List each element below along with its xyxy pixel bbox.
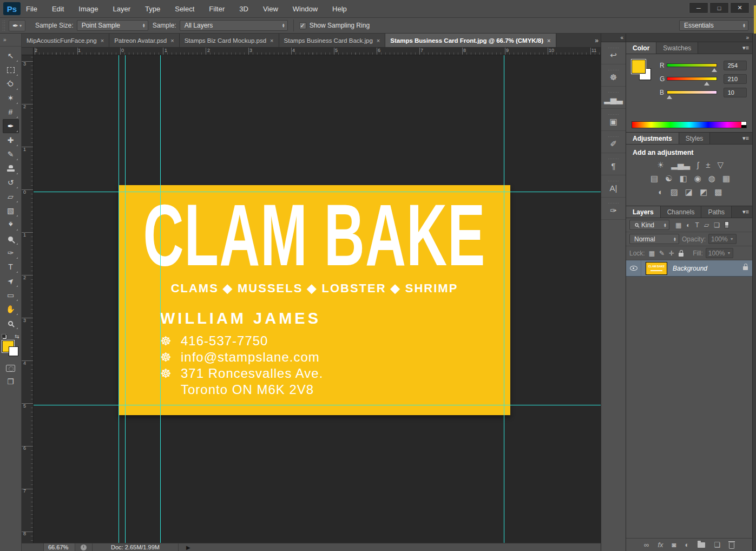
left-ruler[interactable]: 321012345678 <box>22 55 34 543</box>
menu-layer[interactable]: Layer <box>113 5 131 13</box>
layer-name[interactable]: Background <box>673 265 743 272</box>
close-button[interactable]: ✕ <box>730 2 750 14</box>
tab-close-icon[interactable]: × <box>270 37 273 44</box>
slider-thumb[interactable] <box>704 82 709 86</box>
zoom-tool[interactable] <box>3 316 19 330</box>
eyedropper-tool[interactable]: ✒ <box>3 119 19 133</box>
opacity-field[interactable]: 100% ▼ <box>708 234 737 244</box>
zoom-level-field[interactable]: 66.67% <box>44 543 75 551</box>
crop-tool[interactable]: # <box>3 105 19 119</box>
menu-window[interactable]: Window <box>293 5 318 13</box>
tab-adj-styles[interactable]: Styles <box>679 133 711 144</box>
sample-dropdown[interactable]: All Layers ▲▼ <box>180 20 288 31</box>
fill-field[interactable]: 100% ▼ <box>706 248 734 258</box>
channel-slider[interactable] <box>667 90 717 94</box>
magic-wand-tool[interactable]: ✶ <box>3 91 19 105</box>
layer-thumbnail[interactable] <box>646 262 667 275</box>
menu-image[interactable]: Image <box>78 5 98 13</box>
lasso-tool[interactable]: Ω <box>3 77 19 91</box>
layer-visibility-eye-icon[interactable] <box>630 266 637 271</box>
threshold-icon[interactable]: ◪ <box>685 188 693 196</box>
active-tool-button[interactable]: ✒ ▾ <box>9 20 25 31</box>
blur-tool[interactable]: ♠ <box>3 218 19 232</box>
kind-filter-dropdown[interactable]: Kind ▲▼ <box>629 220 669 230</box>
menu-view[interactable]: View <box>263 5 278 13</box>
gradient-tool[interactable]: ▧ <box>3 204 19 218</box>
path-selection-tool[interactable]: ➤ <box>3 274 19 288</box>
menu-type[interactable]: Type <box>145 5 160 13</box>
channel-slider[interactable] <box>667 77 717 81</box>
color-panel-menu-icon[interactable]: ▾≡ <box>742 44 749 51</box>
channel-value-field[interactable]: 10 <box>724 88 747 97</box>
tab-adj-adjustments[interactable]: Adjustments <box>626 133 679 144</box>
rectangular-marquee-tool[interactable] <box>3 63 19 77</box>
pixel-layer-filter-icon[interactable]: ▦ <box>675 221 681 229</box>
status-options-arrow-icon[interactable]: ▶ <box>186 545 190 550</box>
history-panel-icon[interactable]: ↩ <box>601 42 626 64</box>
panels-collapse-icon[interactable]: » <box>746 35 748 41</box>
tab-color-color[interactable]: Color <box>626 42 656 54</box>
layer-effects-icon[interactable]: fx <box>658 541 663 549</box>
healing-brush-tool[interactable]: ✚ <box>3 133 19 147</box>
character-panel-icon[interactable]: A| <box>601 175 626 198</box>
adjustment-layer-filter-icon[interactable]: ◐ <box>686 221 690 229</box>
layers-panel-menu-icon[interactable]: ▾≡ <box>742 208 749 215</box>
blend-mode-dropdown[interactable]: Normal ▲▼ <box>629 234 679 244</box>
brightness-contrast-icon[interactable]: ☀ <box>657 161 664 169</box>
history-brush-tool[interactable]: ↺ <box>3 175 19 189</box>
color-lookup-icon[interactable]: ▦ <box>722 174 730 183</box>
move-tool[interactable]: ↖ <box>3 49 19 63</box>
filtering-toggle[interactable] <box>725 221 729 228</box>
menu-help[interactable]: Help <box>332 5 347 13</box>
lock-all-icon[interactable] <box>679 253 683 257</box>
document-tab[interactable]: Stamps Business Card Back.jpg× <box>279 34 386 47</box>
type-tool[interactable]: T <box>3 260 19 274</box>
dodge-tool[interactable] <box>3 232 19 246</box>
levels-icon[interactable]: ▂▅▃ <box>671 161 690 169</box>
histogram-panel-icon[interactable]: ▂▅▃ <box>601 87 626 109</box>
document-tab[interactable]: Stamps Biz Card Mockup.psd× <box>180 34 279 47</box>
brush-presets-panel-icon[interactable]: ✑ <box>601 198 626 220</box>
menu-3d[interactable]: 3D <box>239 5 248 13</box>
channel-mixer-icon[interactable]: ◍ <box>708 174 715 183</box>
lock-transparent-icon[interactable]: ▦ <box>649 250 655 257</box>
pen-tool[interactable]: ✑ <box>3 246 19 260</box>
top-ruler[interactable]: 2101234567891011 <box>34 48 601 55</box>
curves-icon[interactable]: ʃ <box>697 161 699 169</box>
workspace-dropdown[interactable]: Essentials ▲▼ <box>679 20 748 31</box>
menu-edit[interactable]: Edit <box>52 5 64 13</box>
slider-thumb[interactable] <box>667 95 672 99</box>
paragraph-panel-icon[interactable]: ¶ <box>601 153 626 175</box>
tool-presets-panel-icon[interactable]: ✐ <box>601 131 626 153</box>
quick-mask-button[interactable] <box>6 365 15 372</box>
toolbar-collapse-icon[interactable]: » <box>3 37 6 43</box>
eraser-tool[interactable]: ▱ <box>3 189 19 204</box>
delete-layer-icon[interactable] <box>729 543 734 549</box>
swap-colors-icon[interactable]: ⇆ <box>15 333 19 339</box>
channel-value-field[interactable]: 254 <box>724 61 747 70</box>
new-adjustment-layer-icon[interactable]: ◐ <box>685 541 689 549</box>
tab-layers-layers[interactable]: Layers <box>626 206 661 218</box>
invert-icon[interactable]: ◐ <box>659 188 663 196</box>
default-colors-icon[interactable] <box>2 334 7 339</box>
black-white-icon[interactable]: ◧ <box>680 174 687 183</box>
tab-overflow-icon[interactable]: » <box>595 37 597 44</box>
tab-color-swatches[interactable]: Swatches <box>656 42 698 54</box>
sample-size-dropdown[interactable]: Point Sample ▲▼ <box>77 20 148 31</box>
lock-position-icon[interactable]: ✛ <box>669 250 674 257</box>
hand-tool[interactable]: ✋ <box>3 302 19 316</box>
screen-mode-button[interactable]: ❐ <box>7 377 14 386</box>
background-color-swatch[interactable] <box>9 346 18 356</box>
tool-preset-arrow-icon[interactable]: ▾ <box>19 23 22 28</box>
maximize-button[interactable]: □ <box>709 2 729 14</box>
canvas[interactable]: CLAM BAKE CLAMS ◆ MUSSELS ◆ LOBSTER ◆ SH… <box>34 55 601 543</box>
ruler-corner[interactable] <box>22 48 34 55</box>
ship-wheel-panel-icon[interactable]: ☸ <box>601 64 626 87</box>
shape-layer-filter-icon[interactable]: ▱ <box>704 221 709 229</box>
layer-row-background[interactable]: Background <box>626 260 752 277</box>
rectangle-tool[interactable]: ▭ <box>3 288 19 302</box>
posterize-icon[interactable]: ▨ <box>670 188 678 196</box>
add-layer-mask-icon[interactable]: ◙ <box>672 541 676 549</box>
document-size-info[interactable]: Doc: 2.65M/1.99M <box>92 543 179 551</box>
selective-color-icon[interactable]: ▩ <box>714 188 722 196</box>
